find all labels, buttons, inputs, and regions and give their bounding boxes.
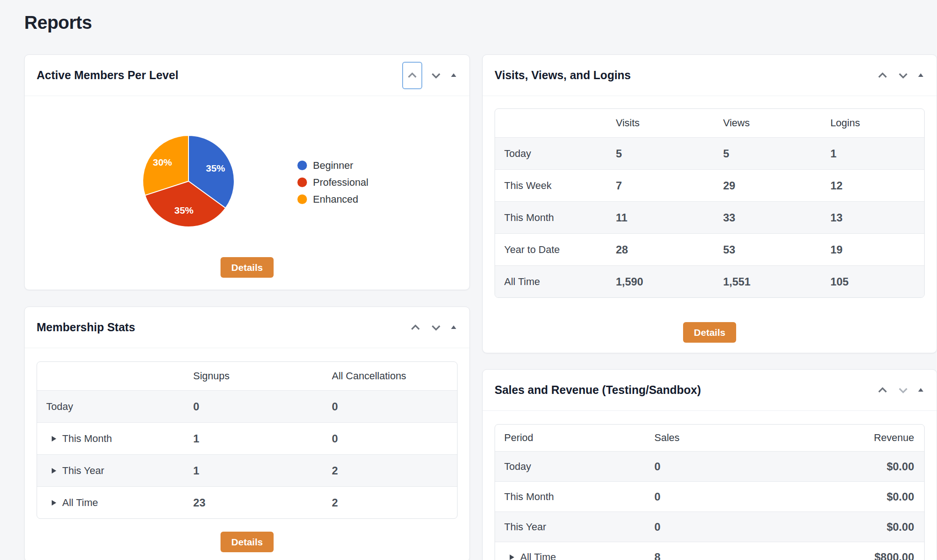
card-active-members: Active Members Per Level bbox=[24, 54, 470, 290]
card-title: Membership Stats bbox=[37, 321, 135, 334]
table-row: Today 0 $0.00 bbox=[495, 451, 924, 481]
card-membership-stats: Membership Stats bbox=[24, 307, 470, 560]
cell-value: 2 bbox=[323, 496, 457, 509]
cell-value: 2 bbox=[323, 464, 457, 477]
legend-item-beginner: Beginner bbox=[297, 157, 368, 174]
expand-row-control[interactable]: All Time bbox=[504, 551, 556, 560]
chevron-down-icon bbox=[896, 383, 910, 397]
table-header-row: Visits Views Logins bbox=[495, 109, 924, 137]
card-controls bbox=[409, 321, 458, 334]
dashboard-grid: Active Members Per Level bbox=[24, 54, 937, 560]
table-row: This Month 0 $0.00 bbox=[495, 481, 924, 512]
row-label: This Week bbox=[495, 180, 607, 192]
legend-label: Beginner bbox=[313, 160, 353, 172]
reports-page: Reports Active Members Per Level bbox=[0, 0, 937, 560]
card-title: Active Members Per Level bbox=[37, 69, 178, 82]
column-header: Revenue bbox=[782, 432, 924, 444]
card-controls bbox=[876, 383, 925, 397]
cell-value: 1,551 bbox=[714, 275, 821, 288]
row-label: All Time bbox=[520, 551, 556, 560]
move-card-down-button[interactable] bbox=[896, 69, 910, 82]
legend-label: Enhanced bbox=[313, 194, 358, 205]
row-label: Today bbox=[495, 148, 607, 160]
row-label: Year to Date bbox=[495, 244, 607, 256]
expand-arrow-icon bbox=[52, 500, 56, 506]
cell-value: 0 bbox=[323, 432, 457, 445]
move-card-up-button[interactable] bbox=[405, 69, 419, 82]
table-row: All Time 8 $800.00 bbox=[495, 542, 924, 560]
column-header: Signups bbox=[184, 370, 323, 382]
card-controls bbox=[402, 62, 458, 89]
row-label: This Year bbox=[495, 521, 645, 533]
collapse-triangle-icon bbox=[917, 386, 925, 394]
focused-move-up-button[interactable] bbox=[402, 62, 422, 89]
chevron-down-icon bbox=[429, 69, 443, 82]
cell-value: 12 bbox=[821, 179, 924, 192]
expand-row-control[interactable]: This Month bbox=[46, 433, 112, 445]
column-header: Logins bbox=[821, 117, 924, 129]
legend-dot-icon bbox=[297, 161, 307, 170]
table-row: All Time 1,590 1,551 105 bbox=[495, 265, 924, 297]
right-column: Visits, Views, and Logins bbox=[482, 54, 937, 560]
card-sales-revenue: Sales and Revenue (Testing/Sandbox) bbox=[482, 369, 937, 560]
visits-table: Visits Views Logins Today 5 5 1 This Wee… bbox=[495, 108, 925, 298]
collapse-triangle-icon bbox=[450, 71, 458, 79]
cell-value: 0 bbox=[184, 400, 323, 413]
details-button[interactable]: Details bbox=[221, 257, 274, 278]
move-card-down-button[interactable] bbox=[429, 321, 443, 334]
membership-table: Signups All Cancellations Today 0 0 This… bbox=[37, 361, 458, 519]
card-header: Visits, Views, and Logins bbox=[483, 55, 937, 96]
pie-chart: 35% 35% 30% bbox=[140, 133, 237, 229]
table-row: Today 5 5 1 bbox=[495, 137, 924, 169]
page-title: Reports bbox=[24, 8, 937, 37]
cell-value: 29 bbox=[714, 179, 821, 192]
legend-item-enhanced: Enhanced bbox=[297, 191, 368, 208]
details-button[interactable]: Details bbox=[683, 322, 737, 343]
table-row: This Week 7 29 12 bbox=[495, 169, 924, 201]
table-header-row: Period Sales Revenue bbox=[495, 425, 924, 451]
collapse-card-button[interactable] bbox=[917, 386, 925, 394]
move-card-up-button[interactable] bbox=[876, 69, 889, 82]
cell-value: 1 bbox=[184, 464, 323, 477]
row-label: This Year bbox=[62, 465, 104, 477]
row-label: This Month bbox=[62, 433, 112, 445]
table-row: Year to Date 28 53 19 bbox=[495, 233, 924, 265]
expand-row-control[interactable]: This Year bbox=[46, 465, 104, 477]
move-card-up-button[interactable] bbox=[876, 383, 889, 397]
chevron-up-icon bbox=[405, 69, 419, 82]
move-card-up-button[interactable] bbox=[409, 321, 422, 334]
cell-value: 105 bbox=[821, 275, 924, 288]
table-row: This Month 11 33 13 bbox=[495, 201, 924, 233]
move-card-down-button[interactable] bbox=[429, 69, 443, 82]
table-row: This Year 1 2 bbox=[37, 454, 457, 486]
row-label: This Month bbox=[495, 491, 645, 503]
expand-row-control[interactable]: All Time bbox=[46, 497, 98, 509]
collapse-card-button[interactable] bbox=[450, 323, 458, 331]
cell-value: 53 bbox=[714, 243, 821, 256]
cell-value: 5 bbox=[607, 147, 714, 160]
column-header: Sales bbox=[645, 432, 782, 444]
expand-arrow-icon bbox=[52, 436, 56, 442]
active-members-chart-area: 35% 35% 30% Beginner Professional bbox=[25, 96, 469, 290]
row-label: This Month bbox=[495, 212, 607, 224]
collapse-card-button[interactable] bbox=[450, 71, 458, 79]
expand-arrow-icon bbox=[52, 468, 56, 474]
move-card-down-button[interactable] bbox=[896, 383, 910, 397]
chevron-down-icon bbox=[429, 321, 443, 334]
cell-value: 11 bbox=[607, 211, 714, 224]
legend-item-professional: Professional bbox=[297, 174, 368, 191]
cell-value: 1 bbox=[821, 147, 924, 160]
chevron-up-icon bbox=[409, 321, 422, 334]
details-button[interactable]: Details bbox=[221, 532, 274, 552]
cell-value: 33 bbox=[714, 211, 821, 224]
table-row: All Time 23 2 bbox=[37, 486, 457, 518]
card-header: Active Members Per Level bbox=[25, 55, 469, 96]
left-column: Active Members Per Level bbox=[24, 54, 470, 560]
card-title: Sales and Revenue (Testing/Sandbox) bbox=[495, 383, 701, 397]
legend-label: Professional bbox=[313, 177, 368, 188]
collapse-card-button[interactable] bbox=[917, 71, 925, 79]
row-label: Today bbox=[495, 461, 645, 473]
column-header: Period bbox=[495, 432, 645, 444]
collapse-triangle-icon bbox=[450, 323, 458, 331]
table-row: This Month 1 0 bbox=[37, 422, 457, 454]
